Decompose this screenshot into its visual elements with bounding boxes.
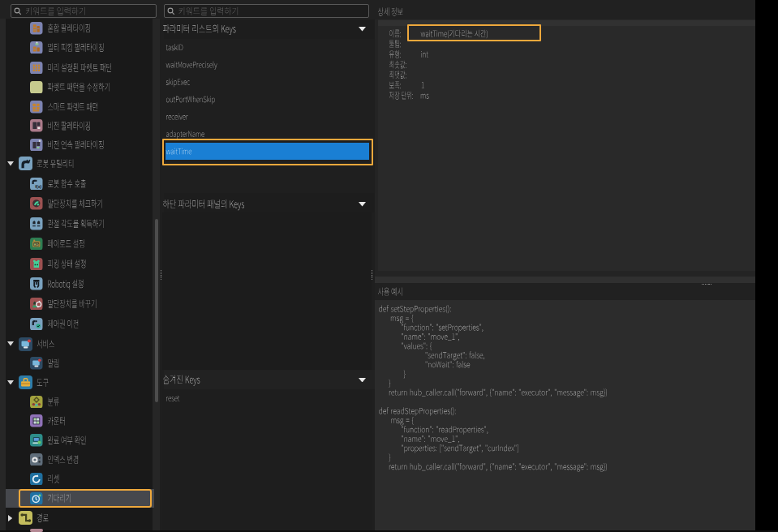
svg-text:KG: KG — [34, 243, 39, 247]
svg-text:f(x): f(x) — [35, 183, 41, 188]
